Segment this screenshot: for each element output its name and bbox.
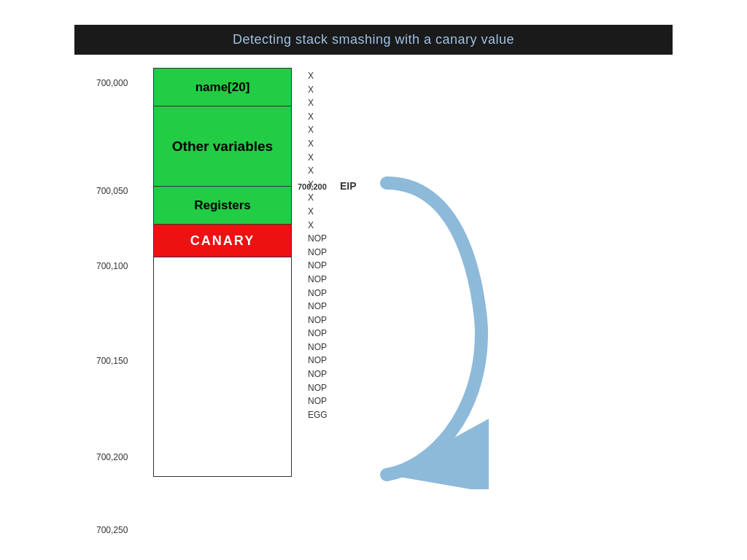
entry-x8: X <box>308 164 328 178</box>
title-text: Detecting stack smashing with a canary v… <box>233 32 514 47</box>
entry-nop6: NOP <box>308 300 328 314</box>
addr-700200: 700,200 <box>96 452 128 462</box>
main-container: Detecting stack smashing with a canary v… <box>74 25 673 535</box>
eip-label: EIP <box>340 180 357 192</box>
entry-nop11: NOP <box>308 368 328 381</box>
entry-x6: X <box>308 137 328 151</box>
diagram-area: 700,000 700,050 700,100 700,150 700,200 … <box>96 68 673 477</box>
entry-x12: X <box>308 219 328 233</box>
entry-nop10: NOP <box>308 354 328 368</box>
entry-nop9: NOP <box>308 341 328 354</box>
entry-nop5: NOP <box>308 287 328 300</box>
cell-other-variables: Other variables <box>154 106 291 187</box>
addr-700050: 700,050 <box>96 186 128 196</box>
right-section: 700,200 EIP X X X X X X X X X X X X NOP … <box>299 68 328 421</box>
entry-nop12: NOP <box>308 381 328 395</box>
title-bar: Detecting stack smashing with a canary v… <box>74 25 673 55</box>
addr-700150: 700,150 <box>96 356 128 366</box>
right-entries: X X X X X X X X X X X X NOP NOP NOP NOP … <box>306 68 328 421</box>
entry-nop8: NOP <box>308 327 328 341</box>
cell-empty <box>154 257 291 476</box>
cell-canary: CANARY <box>154 225 291 257</box>
entry-nop3: NOP <box>308 259 328 273</box>
entry-nop1: NOP <box>308 232 328 246</box>
addr-700100: 700,100 <box>96 261 128 271</box>
entry-nop4: NOP <box>308 273 328 287</box>
entry-nop2: NOP <box>308 246 328 260</box>
addr-700250: 700,250 <box>96 525 128 535</box>
left-labels: 700,000 700,050 700,100 700,150 700,200 … <box>96 68 147 476</box>
cell-name: name[20] <box>154 69 291 106</box>
entry-nop13: NOP <box>308 394 328 408</box>
entry-nop7: NOP <box>308 314 328 327</box>
entry-x5: X <box>308 123 328 137</box>
entry-x1: X <box>308 69 328 83</box>
entry-x10: X <box>308 191 328 205</box>
entry-x9: X <box>308 178 328 192</box>
entry-x2: X <box>308 83 328 97</box>
entry-x3: X <box>308 96 328 110</box>
cell-registers: Registers <box>154 187 291 225</box>
entry-x11: X <box>308 205 328 219</box>
entry-x4: X <box>308 110 328 124</box>
addr-700000: 700,000 <box>96 78 128 88</box>
stack-column: name[20] Other variables Registers CANAR… <box>153 68 292 477</box>
arrow-svg <box>372 176 489 489</box>
entry-x7: X <box>308 151 328 165</box>
entry-egg: EGG <box>308 408 328 422</box>
